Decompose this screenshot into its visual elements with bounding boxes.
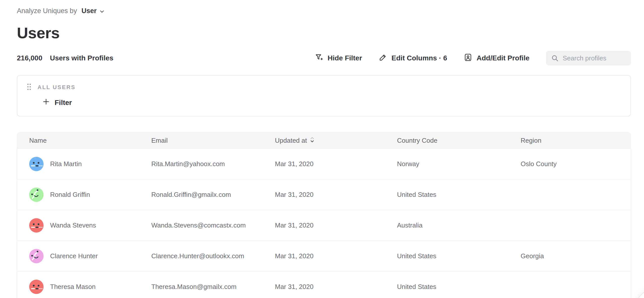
edit-columns-label: Edit Columns · 6 (391, 54, 447, 62)
user-name: Theresa Mason (50, 283, 96, 291)
cell-updated-at: Mar 31, 2020 (263, 221, 385, 229)
cell-name: Rita Martin (17, 157, 139, 171)
table-row[interactable]: Ronald Griffin Ronald.Griffin@gmailx.com… (17, 179, 631, 210)
funnel-plus-icon (315, 53, 323, 63)
analyze-by-value: User (82, 7, 97, 15)
cell-email: Ronald.Griffin@gmailx.com (139, 191, 263, 199)
cell-country-code: United States (385, 252, 509, 260)
table-row[interactable]: Theresa Mason Theresa.Mason@gmailx.com M… (17, 271, 631, 298)
cell-region: Oslo County (509, 160, 631, 168)
cell-country-code: Australia (385, 221, 509, 229)
users-table: Name Email Updated at Country Code Regio… (17, 132, 631, 298)
profile-count: 216,000 Users with Profiles (17, 54, 113, 62)
user-avatar (29, 188, 44, 202)
user-name: Rita Martin (50, 160, 82, 168)
column-header-country-code[interactable]: Country Code (385, 137, 509, 144)
user-name: Ronald Griffin (50, 191, 90, 199)
user-avatar (29, 218, 44, 233)
add-edit-profile-button[interactable]: Add/Edit Profile (464, 53, 529, 63)
add-edit-profile-label: Add/Edit Profile (477, 54, 529, 62)
search-profiles-box (546, 51, 631, 65)
add-filter-label: Filter (55, 99, 72, 107)
pencil-icon (379, 53, 387, 63)
cell-name: Clarence Hunter (17, 249, 139, 263)
table-header-row: Name Email Updated at Country Code Regio… (17, 132, 631, 148)
analyze-uniques-row: Analyze Uniques by User (17, 0, 631, 15)
cell-name: Theresa Mason (17, 280, 139, 294)
search-icon (551, 54, 559, 63)
user-avatar (29, 280, 44, 294)
table-row[interactable]: Clarence Hunter Clarence.Hunter@outlookx… (17, 241, 631, 271)
hide-filter-label: Hide Filter (328, 54, 362, 62)
cell-email: Rita.Martin@yahoox.com (139, 160, 263, 168)
cell-region: Georgia (509, 252, 631, 260)
analyze-uniques-label: Analyze Uniques by (17, 7, 77, 15)
cell-updated-at: Mar 31, 2020 (263, 283, 385, 291)
user-avatar (29, 249, 44, 263)
column-header-email[interactable]: Email (139, 137, 263, 144)
cell-updated-at: Mar 31, 2020 (263, 191, 385, 199)
table-body: Rita Martin Rita.Martin@yahoox.com Mar 3… (17, 148, 631, 298)
column-header-updated-at[interactable]: Updated at (263, 136, 385, 145)
stats-toolbar-row: 216,000 Users with Profiles Hide Filter (17, 51, 631, 65)
cell-updated-at: Mar 31, 2020 (263, 252, 385, 260)
users-page: Analyze Uniques by User Users 216,000 Us… (0, 0, 644, 298)
add-filter-button[interactable]: Filter (43, 98, 72, 107)
column-header-region[interactable]: Region (509, 137, 631, 144)
table-row[interactable]: Rita Martin Rita.Martin@yahoox.com Mar 3… (17, 148, 631, 179)
toolbar: Hide Filter Edit Columns · 6 (315, 51, 631, 65)
cell-email: Clarence.Hunter@outlookx.com (139, 252, 263, 260)
profile-card-icon (464, 53, 472, 63)
cell-updated-at: Mar 31, 2020 (263, 160, 385, 168)
user-name: Clarence Hunter (50, 252, 98, 260)
plus-icon (43, 98, 50, 107)
cell-name: Ronald Griffin (17, 188, 139, 202)
profile-count-value: 216,000 (17, 54, 42, 62)
cell-email: Wanda.Stevens@comcastx.com (139, 221, 263, 229)
drag-handle-icon[interactable] (26, 83, 32, 92)
profile-count-caption: Users with Profiles (50, 54, 113, 62)
cell-email: Theresa.Mason@gmailx.com (139, 283, 263, 291)
column-header-name[interactable]: Name (17, 137, 139, 144)
edit-columns-button[interactable]: Edit Columns · 6 (379, 53, 447, 63)
cell-name: Wanda Stevens (17, 218, 139, 233)
cell-country-code: United States (385, 191, 509, 199)
search-profiles-input[interactable] (546, 51, 631, 65)
filter-panel: ALL USERS Filter (17, 75, 631, 117)
hide-filter-button[interactable]: Hide Filter (315, 53, 362, 63)
sort-arrows-icon (310, 136, 314, 145)
filter-group-label: ALL USERS (38, 84, 76, 91)
table-row[interactable]: Wanda Stevens Wanda.Stevens@comcastx.com… (17, 210, 631, 241)
analyze-by-dropdown[interactable]: User (82, 7, 105, 15)
chevron-down-icon (99, 8, 105, 14)
user-name: Wanda Stevens (50, 221, 96, 229)
user-avatar (29, 157, 44, 171)
page-title: Users (17, 24, 631, 42)
cell-country-code: United States (385, 283, 509, 291)
cell-country-code: Norway (385, 160, 509, 168)
